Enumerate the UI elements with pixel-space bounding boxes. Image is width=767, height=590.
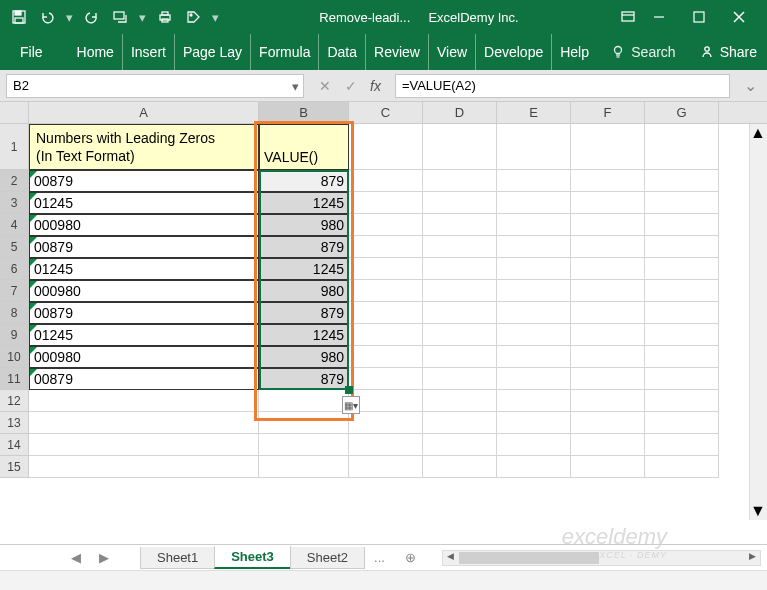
sheet-next-icon[interactable]: ▶ (99, 550, 109, 565)
cell[interactable] (29, 412, 259, 434)
cell[interactable] (349, 434, 423, 456)
col-header-e[interactable]: E (497, 102, 571, 123)
sheet-tab-active[interactable]: Sheet3 (214, 546, 291, 569)
select-all-corner[interactable] (0, 102, 29, 123)
cell[interactable] (571, 346, 645, 368)
cell[interactable] (497, 412, 571, 434)
cell-b3[interactable]: 1245 (259, 192, 349, 214)
cell-a1[interactable]: Numbers with Leading Zeros (In Text Form… (29, 124, 259, 170)
cell[interactable] (349, 280, 423, 302)
cell[interactable] (497, 368, 571, 390)
cell[interactable] (349, 324, 423, 346)
cell-a2[interactable]: 00879 (29, 170, 259, 192)
row-header[interactable]: 9 (0, 324, 29, 346)
cell[interactable] (645, 368, 719, 390)
row-header[interactable]: 8 (0, 302, 29, 324)
close-button[interactable] (719, 0, 759, 34)
cell[interactable] (349, 456, 423, 478)
redo-icon[interactable] (81, 6, 103, 28)
tab-help[interactable]: Help (556, 34, 597, 70)
cell[interactable] (645, 324, 719, 346)
cell[interactable] (423, 280, 497, 302)
cell[interactable] (497, 390, 571, 412)
vertical-scrollbar[interactable]: ▲ ▼ (749, 124, 767, 520)
row-header[interactable]: 7 (0, 280, 29, 302)
col-header-b[interactable]: B (259, 102, 349, 123)
mode-icon[interactable] (109, 6, 131, 28)
cell[interactable] (645, 236, 719, 258)
tab-review[interactable]: Review (370, 34, 429, 70)
cell-a10[interactable]: 000980 (29, 346, 259, 368)
scroll-right-icon[interactable]: ▶ (744, 551, 760, 565)
qat-overflow[interactable]: ▾ (212, 10, 219, 25)
cell[interactable] (645, 390, 719, 412)
cell[interactable] (423, 170, 497, 192)
ribbon-display-icon[interactable] (617, 6, 639, 28)
sheet-tab[interactable]: Sheet2 (290, 547, 365, 569)
tab-file[interactable]: File (16, 34, 51, 70)
cell[interactable] (497, 258, 571, 280)
cell[interactable] (423, 236, 497, 258)
cell[interactable] (423, 258, 497, 280)
row-header[interactable]: 3 (0, 192, 29, 214)
cell[interactable] (497, 214, 571, 236)
sheet-prev-icon[interactable]: ◀ (71, 550, 81, 565)
cell[interactable] (497, 192, 571, 214)
row-header[interactable]: 10 (0, 346, 29, 368)
cell[interactable] (645, 412, 719, 434)
cell[interactable] (497, 456, 571, 478)
sheet-tab[interactable]: Sheet1 (140, 547, 215, 569)
cell[interactable] (349, 170, 423, 192)
cell-a7[interactable]: 000980 (29, 280, 259, 302)
cell[interactable] (645, 302, 719, 324)
cell[interactable] (645, 192, 719, 214)
new-sheet-icon[interactable]: ⊕ (395, 547, 426, 568)
enter-formula-icon[interactable]: ✓ (340, 78, 362, 94)
cell[interactable] (645, 456, 719, 478)
cell-b9[interactable]: 1245 (259, 324, 349, 346)
scroll-left-icon[interactable]: ◀ (443, 551, 459, 565)
cell[interactable] (349, 214, 423, 236)
undo-icon[interactable] (36, 6, 58, 28)
cell-a4[interactable]: 000980 (29, 214, 259, 236)
cell[interactable] (571, 236, 645, 258)
cell[interactable] (571, 258, 645, 280)
row-header-1[interactable]: 1 (0, 124, 29, 170)
row-header[interactable]: 4 (0, 214, 29, 236)
cell[interactable] (349, 302, 423, 324)
row-header[interactable]: 15 (0, 456, 29, 478)
cell[interactable] (349, 412, 423, 434)
cell[interactable] (349, 192, 423, 214)
cell[interactable] (645, 280, 719, 302)
cell[interactable] (497, 434, 571, 456)
cell[interactable] (571, 170, 645, 192)
cell[interactable] (645, 214, 719, 236)
cell[interactable] (571, 214, 645, 236)
cell[interactable] (423, 434, 497, 456)
cell[interactable] (423, 192, 497, 214)
cell[interactable] (423, 412, 497, 434)
tab-home[interactable]: Home (73, 34, 123, 70)
cell[interactable] (349, 236, 423, 258)
row-header[interactable]: 6 (0, 258, 29, 280)
share-button[interactable]: Share (700, 44, 757, 60)
cell-b8[interactable]: 879 (259, 302, 349, 324)
cell-b6[interactable]: 1245 (259, 258, 349, 280)
cell-a3[interactable]: 01245 (29, 192, 259, 214)
cell[interactable] (29, 456, 259, 478)
cell[interactable] (29, 434, 259, 456)
cell[interactable] (497, 236, 571, 258)
tab-data[interactable]: Data (323, 34, 366, 70)
cell-b2[interactable]: 879 (259, 170, 349, 192)
cell[interactable] (259, 390, 349, 412)
cell[interactable] (497, 280, 571, 302)
formula-input[interactable]: =VALUE(A2) (395, 74, 730, 98)
cell[interactable] (423, 324, 497, 346)
cell-b4[interactable]: 980 (259, 214, 349, 236)
row-header[interactable]: 14 (0, 434, 29, 456)
cell-b5[interactable]: 879 (259, 236, 349, 258)
tab-formulas[interactable]: Formula (255, 34, 319, 70)
cell[interactable] (259, 456, 349, 478)
horizontal-scrollbar[interactable]: ◀ ▶ (442, 550, 761, 566)
hscroll-thumb[interactable] (459, 552, 599, 564)
